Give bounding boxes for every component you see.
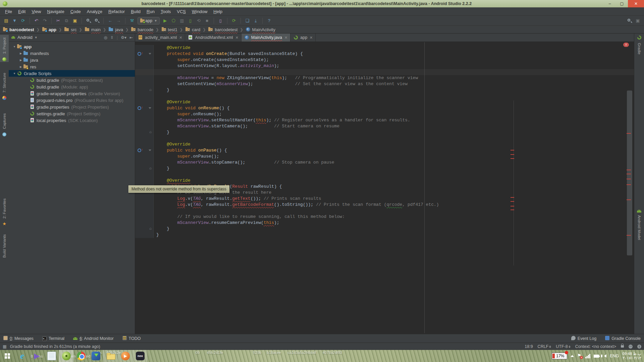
- toolbar-back-icon[interactable]: ←: [106, 17, 114, 25]
- taskbar-idm-icon[interactable]: [89, 350, 103, 362]
- error-stripe-mark[interactable]: [627, 184, 631, 185]
- code-line[interactable]: setContentView(R.layout.activity_main);: [135, 63, 634, 69]
- code-line[interactable]: @Override: [135, 45, 634, 51]
- breadcrumb-item-mainactivity[interactable]: MainActivity: [245, 27, 276, 32]
- toolwindow-button-0-messages[interactable]: 0: Messages: [3, 336, 34, 341]
- language-indicator[interactable]: ENG: [610, 354, 619, 358]
- toolbar-attach-icon[interactable]: ▯: [186, 17, 195, 25]
- sidebar-item-favorites[interactable]: 2: Favorites ★: [2, 196, 6, 226]
- tab-activity-main-xml[interactable]: activity_main.xml✕: [135, 34, 185, 42]
- fold-end-icon[interactable]: ⌂: [149, 88, 152, 92]
- maximize-button[interactable]: ▢: [616, 0, 628, 7]
- code-line[interactable]: @Override: [135, 141, 634, 147]
- toolbar-copy-icon[interactable]: ⧉: [62, 17, 71, 25]
- close-icon[interactable]: ✕: [284, 36, 287, 40]
- expander-open-icon[interactable]: ▼: [12, 45, 17, 48]
- expander-closed-icon[interactable]: ▶: [18, 52, 23, 55]
- sidebar-item-project[interactable]: 1: Project: [0, 35, 9, 62]
- sidebar-item-android-model[interactable]: Android Model: [637, 210, 641, 243]
- tree-row[interactable]: proguard-rules.pro(ProGuard Rules for ap…: [9, 97, 135, 104]
- error-stripe-mark[interactable]: [511, 154, 514, 155]
- code-line[interactable]: Log.v(TAG, rawResult.getBarcodeFormat().…: [135, 202, 634, 208]
- toolbar-gradle-sync-icon[interactable]: ⟳: [230, 17, 238, 25]
- code-line[interactable]: setContentView(mScannerView); // Set the…: [135, 81, 634, 87]
- tree-row[interactable]: ▼app: [9, 43, 135, 50]
- error-stripe-mark[interactable]: [511, 158, 514, 159]
- close-icon[interactable]: ✕: [179, 36, 182, 40]
- expander-closed-icon[interactable]: ▶: [18, 65, 23, 68]
- tree-row[interactable]: build.gradle(Project: barcodetest): [9, 77, 135, 83]
- sidebar-item-captures[interactable]: Captures: [2, 111, 6, 137]
- menu-item-vcs[interactable]: VCS: [174, 8, 189, 15]
- code-line[interactable]: protected void onCreate(Bundle savedInst…: [135, 51, 634, 57]
- toolwindow-button-todo[interactable]: TODO: [122, 336, 141, 341]
- expander-open-icon[interactable]: ▼: [12, 72, 17, 75]
- minimize-button[interactable]: –: [604, 0, 616, 7]
- toolbar-paste-icon[interactable]: ▣: [71, 17, 79, 25]
- sidebar-item-gradle[interactable]: Gradle: [637, 35, 642, 57]
- taskbar-file-explorer-icon[interactable]: [103, 350, 118, 362]
- breadcrumb-item-barcode[interactable]: barcode: [130, 27, 154, 32]
- project-view-selector[interactable]: Android: [17, 35, 33, 40]
- collapse-all-icon[interactable]: ⇳: [110, 35, 114, 40]
- gear-icon[interactable]: ⚙▾: [121, 35, 126, 40]
- fold-open-icon[interactable]: [149, 53, 151, 55]
- taskbar-internet-explorer-icon[interactable]: e: [15, 350, 30, 362]
- toolbar-sync-icon[interactable]: ⟳: [19, 17, 27, 25]
- toolbar-cut-icon[interactable]: ✂: [54, 17, 62, 25]
- code-line[interactable]: mScannerView = new ZXingScannerView(this…: [135, 75, 634, 81]
- taskbar-android-studio-icon[interactable]: [59, 350, 74, 362]
- volume-icon[interactable]: [602, 354, 606, 358]
- code-line[interactable]: super.onResume();: [135, 111, 634, 117]
- override-icon[interactable]: [138, 106, 141, 110]
- tree-row[interactable]: ▶manifests: [9, 50, 135, 57]
- code-line[interactable]: [135, 93, 634, 99]
- notification-icon[interactable]: !: [637, 345, 641, 349]
- breadcrumb-item-card[interactable]: card: [184, 27, 201, 32]
- breadcrumb-item-barcodetest[interactable]: barcodetest: [2, 27, 35, 32]
- code-line[interactable]: [135, 69, 634, 75]
- code-line[interactable]: mScannerView.resumeCameraPreview(this);: [135, 220, 634, 226]
- menu-item-view[interactable]: View: [29, 8, 44, 15]
- override-icon[interactable]: [138, 148, 141, 152]
- line-separator-selector[interactable]: CRLF: [538, 344, 551, 349]
- toolbar-debug-icon[interactable]: ⬠: [169, 17, 178, 25]
- error-stripe-mark[interactable]: [627, 199, 631, 200]
- code-line[interactable]: [135, 172, 634, 178]
- fold-end-icon[interactable]: ⌂: [149, 227, 152, 231]
- fold-end-icon[interactable]: ⌂: [149, 130, 152, 134]
- toolbar-sdk-manager-icon[interactable]: ⤓: [252, 17, 260, 25]
- close-icon[interactable]: ✕: [310, 36, 313, 40]
- sidebar-item-build-variants[interactable]: Build Variants: [2, 232, 6, 260]
- taskbar-kmplayer-icon[interactable]: ▶: [30, 350, 44, 362]
- fold-open-icon[interactable]: [149, 149, 151, 151]
- sidebar-item-structure[interactable]: 7: Structure: [2, 70, 6, 101]
- error-stripe-mark[interactable]: [627, 235, 631, 236]
- error-stripe-mark[interactable]: [627, 170, 631, 170]
- tree-row[interactable]: settings.gradle(Project Settings): [9, 110, 135, 117]
- toolbar-open-icon[interactable]: ▤: [2, 17, 10, 25]
- code-line[interactable]: [135, 208, 634, 214]
- expander-closed-icon[interactable]: ▶: [18, 59, 23, 62]
- override-icon[interactable]: [138, 52, 141, 56]
- menu-item-file[interactable]: File: [2, 8, 15, 15]
- toolwindow-button-6-android-monitor[interactable]: 6: Android Monitor: [73, 336, 113, 341]
- tree-row[interactable]: local.properties(SDK Location): [9, 117, 135, 124]
- close-icon[interactable]: ✕: [235, 36, 238, 40]
- code-line[interactable]: @Override: [135, 99, 634, 105]
- menu-item-build[interactable]: Build: [128, 8, 144, 15]
- tree-row[interactable]: gradle.properties(Project Properties): [9, 104, 135, 110]
- error-stripe-mark[interactable]: [627, 174, 631, 174]
- layout-toggle-icon[interactable]: ▣: [634, 17, 642, 25]
- toolbar-undo-icon[interactable]: ↶: [32, 17, 41, 25]
- menu-item-refactor[interactable]: Refactor: [105, 8, 128, 15]
- locate-icon[interactable]: ◎: [104, 35, 107, 40]
- code-line[interactable]: mScannerView.stopCamera(); // Stop camer…: [135, 160, 634, 166]
- tree-row[interactable]: build.gradle(Module: app): [9, 83, 135, 90]
- menu-item-navigate[interactable]: Navigate: [44, 8, 67, 15]
- tree-row[interactable]: gradle-wrapper.properties(Gradle Version…: [9, 90, 135, 97]
- search-icon[interactable]: [625, 17, 634, 25]
- code-line[interactable]: ⌂ }: [135, 226, 634, 232]
- clock[interactable]: 09:48 ب.ظ ۲۰۱۷/۰۲/۱۴: [622, 352, 641, 360]
- toolwindow-button-gradle-console[interactable]: Gradle Console: [605, 336, 641, 341]
